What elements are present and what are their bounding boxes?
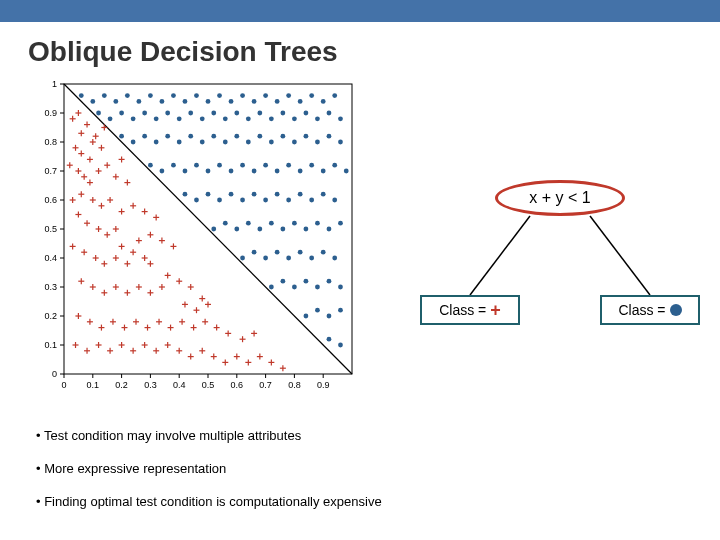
svg-point-348 xyxy=(338,221,343,226)
svg-point-265 xyxy=(119,111,124,116)
leaf-node-right: Class = xyxy=(600,295,700,325)
svg-point-289 xyxy=(165,134,170,139)
svg-point-315 xyxy=(263,163,268,168)
svg-point-306 xyxy=(160,169,165,174)
svg-point-344 xyxy=(292,221,297,226)
svg-point-253 xyxy=(229,99,234,104)
svg-point-332 xyxy=(286,198,291,203)
svg-point-307 xyxy=(171,163,176,168)
svg-point-345 xyxy=(304,227,309,232)
svg-point-284 xyxy=(338,116,343,121)
dot-icon xyxy=(670,304,682,316)
svg-point-365 xyxy=(304,314,309,319)
svg-point-367 xyxy=(327,314,332,319)
svg-point-271 xyxy=(188,111,193,116)
svg-point-283 xyxy=(327,111,332,116)
svg-point-258 xyxy=(286,93,291,98)
svg-point-305 xyxy=(148,163,153,168)
svg-point-292 xyxy=(200,140,205,145)
svg-point-267 xyxy=(142,111,147,116)
svg-line-371 xyxy=(470,216,530,295)
plus-icon: + xyxy=(490,300,501,321)
svg-text:0.3: 0.3 xyxy=(44,282,57,292)
svg-point-243 xyxy=(113,99,118,104)
svg-point-312 xyxy=(229,169,234,174)
svg-point-269 xyxy=(165,111,170,116)
svg-point-326 xyxy=(217,198,222,203)
leaf-label: Class = xyxy=(439,302,486,318)
svg-text:1: 1 xyxy=(52,79,57,89)
svg-point-320 xyxy=(321,169,326,174)
svg-point-369 xyxy=(327,337,332,342)
svg-point-314 xyxy=(252,169,257,174)
scatter-chart: 00.10.20.30.40.50.60.70.80.900.10.20.30.… xyxy=(28,78,358,398)
svg-point-319 xyxy=(309,163,314,168)
svg-point-304 xyxy=(338,140,343,145)
svg-point-301 xyxy=(304,134,309,139)
svg-point-256 xyxy=(263,93,268,98)
svg-line-372 xyxy=(590,216,650,295)
svg-point-310 xyxy=(206,169,211,174)
svg-point-338 xyxy=(223,221,228,226)
svg-point-342 xyxy=(269,221,274,226)
svg-point-252 xyxy=(217,93,222,98)
svg-point-328 xyxy=(240,198,245,203)
svg-point-370 xyxy=(338,343,343,348)
list-item: • Test condition may involve multiple at… xyxy=(36,420,382,451)
svg-point-336 xyxy=(332,198,337,203)
svg-point-313 xyxy=(240,163,245,168)
svg-point-273 xyxy=(211,111,216,116)
leaf-label: Class = xyxy=(618,302,665,318)
svg-text:0.7: 0.7 xyxy=(259,380,272,390)
svg-point-358 xyxy=(269,285,274,290)
page-title: Oblique Decision Trees xyxy=(0,22,720,68)
svg-point-323 xyxy=(183,192,188,197)
svg-point-368 xyxy=(338,308,343,313)
svg-text:0.5: 0.5 xyxy=(202,380,215,390)
svg-text:0.5: 0.5 xyxy=(44,224,57,234)
svg-point-247 xyxy=(160,99,165,104)
svg-point-272 xyxy=(200,116,205,121)
svg-point-257 xyxy=(275,99,280,104)
svg-point-260 xyxy=(309,93,314,98)
svg-point-287 xyxy=(142,134,147,139)
svg-point-277 xyxy=(257,111,262,116)
svg-point-322 xyxy=(344,169,349,174)
svg-point-255 xyxy=(252,99,257,104)
svg-point-352 xyxy=(275,250,280,255)
svg-text:0.6: 0.6 xyxy=(231,380,244,390)
svg-point-296 xyxy=(246,140,251,145)
svg-point-302 xyxy=(315,140,320,145)
svg-point-240 xyxy=(79,93,84,98)
svg-point-333 xyxy=(298,192,303,197)
svg-point-355 xyxy=(309,256,314,261)
svg-text:0.2: 0.2 xyxy=(44,311,57,321)
leaf-node-left: Class = + xyxy=(420,295,520,325)
svg-point-321 xyxy=(332,163,337,168)
svg-text:0: 0 xyxy=(52,369,57,379)
svg-text:0.2: 0.2 xyxy=(115,380,128,390)
svg-point-366 xyxy=(315,308,320,313)
svg-point-248 xyxy=(171,93,176,98)
svg-point-263 xyxy=(96,111,101,116)
svg-point-280 xyxy=(292,116,297,121)
svg-point-337 xyxy=(211,227,216,232)
svg-point-325 xyxy=(206,192,211,197)
svg-text:0.9: 0.9 xyxy=(317,380,330,390)
svg-point-266 xyxy=(131,116,136,121)
svg-point-318 xyxy=(298,169,303,174)
svg-point-293 xyxy=(211,134,216,139)
svg-point-262 xyxy=(332,93,337,98)
svg-point-316 xyxy=(275,169,280,174)
svg-point-297 xyxy=(257,134,262,139)
svg-text:0: 0 xyxy=(61,380,66,390)
svg-point-279 xyxy=(280,111,285,116)
svg-point-362 xyxy=(315,285,320,290)
svg-point-303 xyxy=(327,134,332,139)
svg-text:0.3: 0.3 xyxy=(144,380,157,390)
svg-point-349 xyxy=(240,256,245,261)
svg-point-329 xyxy=(252,192,257,197)
svg-point-363 xyxy=(327,279,332,284)
svg-point-347 xyxy=(327,227,332,232)
svg-point-311 xyxy=(217,163,222,168)
